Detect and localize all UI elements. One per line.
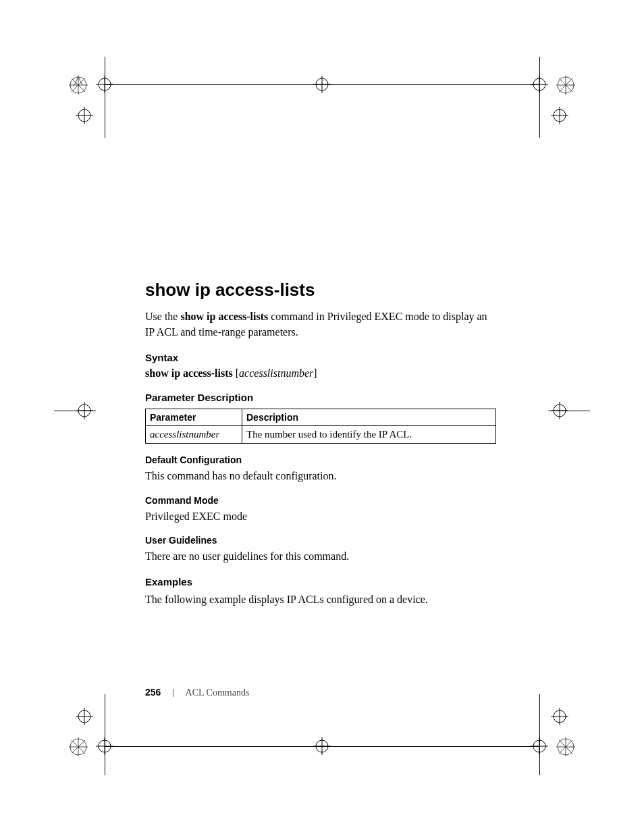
td-desc: The number used to identify the IP ACL. bbox=[242, 426, 496, 444]
footer-separator-icon bbox=[173, 689, 173, 697]
intro-bold: show ip access-lists bbox=[180, 311, 268, 322]
registration-cross-icon bbox=[96, 76, 113, 93]
registration-cross-icon bbox=[76, 708, 93, 725]
registration-cross-icon bbox=[531, 76, 548, 93]
th-description: Description bbox=[242, 409, 496, 426]
intro-paragraph: Use the show ip access-lists command in … bbox=[145, 309, 496, 340]
user-guidelines-heading: User Guidelines bbox=[145, 535, 496, 546]
default-config-heading: Default Configuration bbox=[145, 454, 496, 465]
registration-star-icon bbox=[69, 737, 88, 756]
registration-cross-icon bbox=[551, 107, 568, 124]
registration-cross-icon bbox=[531, 737, 548, 755]
crop-rule-bottom-right-v bbox=[539, 694, 540, 775]
param-desc-heading: Parameter Description bbox=[145, 392, 496, 403]
syntax-arg: accesslistnumber bbox=[239, 367, 313, 379]
registration-cross-icon bbox=[313, 76, 331, 93]
document-content: show ip access-lists Use the show ip acc… bbox=[145, 280, 496, 618]
registration-cross-icon bbox=[76, 402, 93, 419]
registration-star-icon bbox=[69, 76, 88, 95]
crop-rule-top-right-v bbox=[539, 57, 540, 138]
table-row: accesslistnumber The number used to iden… bbox=[146, 426, 496, 444]
th-parameter: Parameter bbox=[146, 409, 242, 426]
default-config-text: This command has no default configuratio… bbox=[145, 468, 496, 484]
registration-star-icon bbox=[556, 76, 575, 95]
page-number: 256 bbox=[145, 687, 161, 698]
registration-cross-icon bbox=[551, 402, 568, 419]
examples-text: The following example displays IP ACLs c… bbox=[145, 592, 496, 607]
registration-star-icon bbox=[556, 737, 575, 756]
crop-rule-bottom-left-v bbox=[105, 694, 105, 775]
registration-cross-icon bbox=[96, 737, 113, 755]
registration-cross-icon bbox=[76, 107, 93, 124]
command-mode-text: Privileged EXEC mode bbox=[145, 509, 496, 524]
intro-prefix: Use the bbox=[145, 311, 180, 322]
command-mode-heading: Command Mode bbox=[145, 495, 496, 506]
command-title: show ip access-lists bbox=[145, 280, 496, 301]
registration-cross-icon bbox=[313, 737, 331, 755]
td-param: accesslistnumber bbox=[146, 426, 242, 444]
parameter-table: Parameter Description accesslistnumber T… bbox=[145, 409, 496, 444]
footer-section: ACL Commands bbox=[186, 687, 250, 698]
syntax-cmd: show ip access-lists bbox=[145, 367, 236, 379]
table-header-row: Parameter Description bbox=[146, 409, 496, 426]
page: show ip access-lists Use the show ip acc… bbox=[0, 0, 644, 834]
page-footer: 256 ACL Commands bbox=[145, 687, 249, 698]
svg-line-5 bbox=[78, 77, 82, 85]
user-guidelines-text: There are no user guidelines for this co… bbox=[145, 548, 496, 564]
svg-line-6 bbox=[74, 77, 78, 85]
registration-cross-icon bbox=[551, 708, 568, 725]
syntax-line: show ip access-lists [accesslistnumber] bbox=[145, 367, 496, 380]
syntax-bracket-close: ] bbox=[313, 367, 317, 379]
crop-rule-top-left-v bbox=[105, 57, 105, 138]
examples-heading: Examples bbox=[145, 576, 496, 588]
syntax-heading: Syntax bbox=[145, 352, 496, 363]
